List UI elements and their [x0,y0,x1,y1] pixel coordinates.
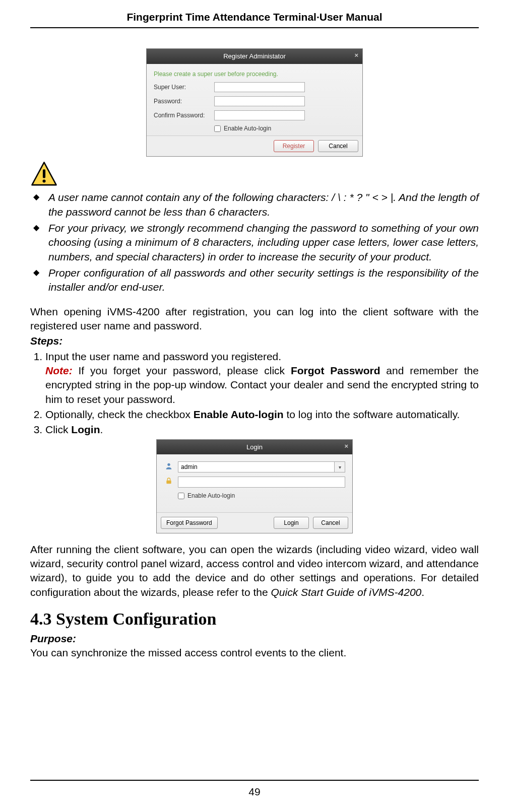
enable-auto-login-bold: Enable Auto-login [194,409,284,420]
purpose-text: You can synchronize the missed access co… [30,646,479,660]
steps-heading: Steps: [30,334,479,348]
dialog-instruction: Please create a super user before procee… [154,70,355,78]
lock-icon [164,477,174,488]
dialog-title-bar: Register Administator × [147,49,362,64]
cancel-button[interactable]: Cancel [318,140,358,152]
doc-reference: Quick Start Guide of iVMS-4200 [271,586,421,598]
paragraph-text: . [421,586,424,598]
page-number: 49 [30,785,479,799]
enable-auto-login-checkbox[interactable] [214,125,221,132]
dialog-title-text: Login [246,443,263,452]
login-cancel-button[interactable]: Cancel [313,517,348,529]
confirm-password-input[interactable] [214,110,305,120]
dialog-title-text: Register Administator [223,52,286,61]
step-text: Click [45,424,71,435]
close-icon[interactable]: × [354,51,358,60]
login-password-input[interactable] [178,477,345,488]
step-text: to log into the software automatically. [284,409,460,420]
close-icon[interactable]: × [344,442,348,451]
super-user-label: Super User: [154,83,214,91]
confirm-password-label: Confirm Password: [154,111,214,119]
user-icon [164,462,174,472]
doc-header-title: Fingerprint Time Attendance Terminal·Use… [30,10,479,27]
footer-rule [30,780,479,781]
steps-list: Input the user name and password you reg… [30,350,479,437]
header-rule [30,27,479,28]
dialog-title-bar: Login × [157,440,352,455]
step-text: Optionally, check the checkbox [45,409,194,420]
login-bold: Login [71,424,100,435]
login-auto-login-label: Enable Auto-login [187,492,235,500]
login-auto-login-checkbox[interactable] [178,493,184,499]
svg-point-2 [42,180,45,183]
chevron-down-icon[interactable]: ▾ [334,461,345,472]
svg-rect-1 [43,169,45,178]
username-input[interactable] [178,461,334,472]
bullet-item: A user name cannot contain any of the fo… [48,190,479,219]
note-text: If you forget your password, please clic… [73,365,291,376]
step-text: Input the user name and password you reg… [45,351,281,362]
note-label: Note: [45,365,73,376]
step-text: . [100,424,103,435]
password-input[interactable] [214,96,305,106]
step-item: Optionally, check the checkbox Enable Au… [45,408,479,422]
warning-bullet-list: A user name cannot contain any of the fo… [30,190,479,294]
body-paragraph: After running the client software, you c… [30,543,479,599]
svg-rect-4 [166,481,171,484]
forgot-password-bold: Forgot Password [291,365,380,376]
purpose-label: Purpose: [30,632,479,646]
super-user-input[interactable] [214,82,305,92]
forgot-password-button[interactable]: Forgot Password [161,517,218,529]
bullet-item: For your privacy, we strongly recommend … [48,221,479,264]
step-item: Input the user name and password you reg… [45,350,479,407]
warning-icon [30,161,58,188]
register-admin-dialog: Register Administator × Please create a … [146,48,363,157]
register-button[interactable]: Register [274,140,314,152]
bullet-item: Proper configuration of all passwords an… [48,266,479,295]
step-item: Click Login. [45,423,479,437]
enable-auto-login-label: Enable Auto-login [224,124,271,132]
svg-point-3 [167,463,170,466]
section-heading: 4.3 System Configuration [30,607,479,631]
login-dialog: Login × ▾ Enable Auto-logi [156,439,353,533]
body-paragraph: When opening iVMS-4200 after registratio… [30,305,479,333]
password-label: Password: [154,97,214,105]
login-button[interactable]: Login [274,517,309,529]
